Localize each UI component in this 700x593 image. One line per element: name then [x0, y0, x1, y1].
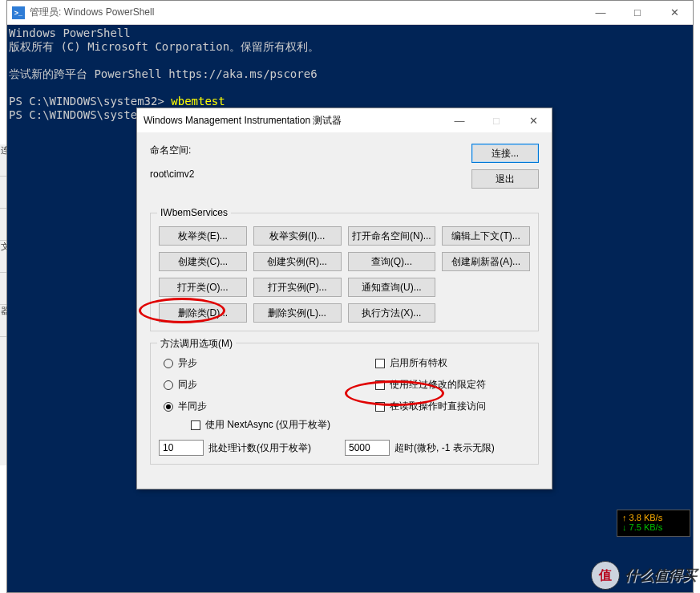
wbemtest-dialog: Windows Management Instrumentation 测试器 —… — [136, 108, 552, 489]
async-radio[interactable]: 异步 — [164, 356, 207, 370]
notification-query-button[interactable]: 通知查询(U)... — [348, 278, 436, 297]
sync-radio[interactable]: 同步 — [164, 378, 207, 392]
connect-button[interactable]: 连接... — [471, 144, 539, 163]
watermark-text: 什么值得买 — [625, 566, 697, 585]
batch-count-input[interactable] — [159, 440, 204, 456]
direct-read-checkbox[interactable]: 在读取操作时直接访问 — [375, 400, 486, 413]
group-legend: IWbemServices — [157, 207, 231, 218]
iwbemservices-group: IWbemServices 枚举类(E)... 枚举实例(I)... 打开命名空… — [150, 213, 539, 331]
watermark-icon: 值 — [591, 561, 620, 590]
exit-button[interactable]: 退出 — [471, 169, 539, 189]
open-class-button[interactable]: 打开类(O)... — [159, 278, 247, 297]
open-instance-button[interactable]: 打开实例(P)... — [253, 278, 342, 297]
create-class-button[interactable]: 创建类(C)... — [159, 252, 247, 271]
minimize-button[interactable]: — — [582, 1, 619, 25]
semisync-radio[interactable]: 半同步 — [164, 400, 207, 413]
edit-context-button[interactable]: 编辑上下文(T)... — [442, 226, 530, 246]
powershell-icon: >_ — [12, 6, 25, 19]
delete-instance-button[interactable]: 删除实例(L)... — [253, 303, 342, 323]
query-button[interactable]: 查询(Q)... — [348, 252, 436, 271]
smzdm-watermark: 值 什么值得买 — [591, 561, 697, 590]
delete-class-button[interactable]: 删除类(D)... — [159, 303, 247, 323]
timeout-label: 超时(微秒, -1 表示无限) — [395, 441, 495, 455]
background-partial-window: 连 文 器 — [0, 144, 6, 465]
close-button[interactable]: ✕ — [656, 1, 693, 25]
batch-label: 批处理计数(仅用于枚举) — [208, 441, 311, 455]
create-refresher-button[interactable]: 创建刷新器(A)... — [442, 252, 530, 271]
timeout-input[interactable] — [345, 440, 390, 456]
dialog-close-button[interactable]: ✕ — [515, 108, 552, 132]
open-namespace-button[interactable]: 打开命名空间(N)... — [348, 226, 436, 246]
method-options-group: 方法调用选项(M) 异步 同步 半同步 启用所有特权 使用经过修改的限定符 在读… — [150, 343, 539, 465]
dialog-title: Windows Management Instrumentation 测试器 — [144, 114, 441, 128]
powershell-title: 管理员: Windows PowerShell — [30, 6, 582, 19]
enum-classes-button[interactable]: 枚举类(E)... — [159, 226, 247, 246]
network-speed-overlay: ↑ 3.8 KB/s ↓ 7.5 KB/s — [617, 510, 690, 537]
enum-instances-button[interactable]: 枚举实例(I)... — [253, 226, 342, 246]
create-instance-button[interactable]: 创建实例(R)... — [253, 252, 342, 271]
enable-all-privileges-checkbox[interactable]: 启用所有特权 — [375, 356, 486, 370]
execute-method-button[interactable]: 执行方法(X)... — [348, 303, 436, 323]
nextasync-checkbox[interactable]: 使用 NextAsync (仅用于枚举) — [191, 418, 530, 432]
group2-legend: 方法调用选项(M) — [157, 337, 236, 351]
use-amended-qualifiers-checkbox[interactable]: 使用经过修改的限定符 — [375, 378, 486, 392]
namespace-value: root\cimv2 — [150, 169, 471, 180]
dialog-maximize-button[interactable]: □ — [478, 108, 515, 132]
dialog-minimize-button[interactable]: — — [441, 108, 478, 132]
powershell-titlebar[interactable]: >_ 管理员: Windows PowerShell — □ ✕ — [7, 1, 693, 25]
dialog-titlebar[interactable]: Windows Management Instrumentation 测试器 —… — [137, 108, 552, 132]
maximize-button[interactable]: □ — [619, 1, 656, 25]
namespace-label: 命名空间: — [150, 144, 471, 157]
